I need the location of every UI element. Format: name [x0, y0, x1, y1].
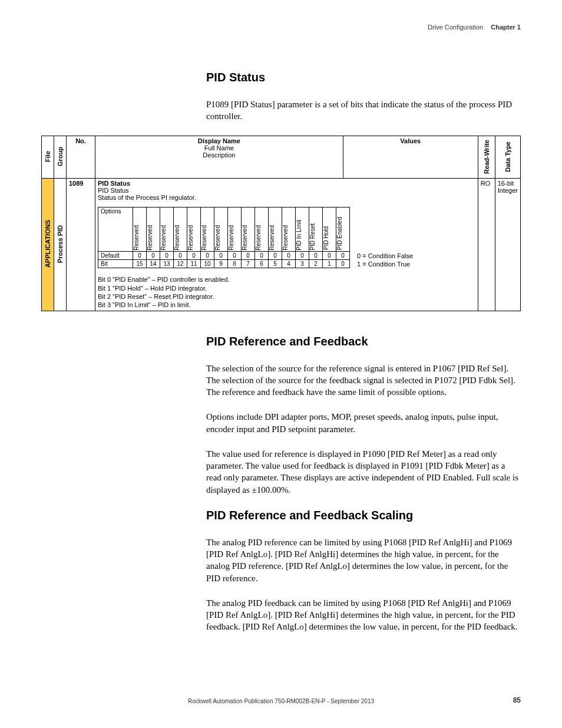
bit-default: 0: [160, 252, 174, 260]
bit-option: PID Reset: [309, 207, 323, 252]
bit-index: 1: [323, 260, 336, 268]
bit-description-line: Bit 1 "PID Hold" – Hold PID integrator.: [98, 284, 475, 292]
heading-pid-scaling: PID Reference and Feedback Scaling: [206, 509, 518, 522]
bit-index: 11: [187, 260, 201, 268]
cell-file: APPLICATIONS: [42, 179, 54, 311]
bit-descriptions: Bit 0 "PID Enable" – PID controller is e…: [98, 275, 475, 309]
pid-scaling-p1: The analog PID reference can be limited …: [206, 536, 518, 584]
bit-default: 0: [309, 252, 323, 260]
bits-legend: 0 = Condition False 1 = Condition True: [357, 252, 413, 269]
cell-description: PID Status PID Status Status of the Proc…: [95, 179, 478, 311]
doc-section: Drive Configuration: [428, 24, 483, 31]
bit-option: Reserved: [133, 207, 147, 252]
heading-pid-ref-fb: PID Reference and Feedback: [206, 335, 518, 348]
cell-datatype: 16-bit Integer: [495, 179, 520, 311]
bit-option: PID Hold: [323, 207, 336, 252]
pid-ref-fb-p2: Options include DPI adapter ports, MOP, …: [206, 411, 518, 435]
bit-index: 2: [309, 260, 323, 268]
publication-line: Rockwell Automation Publication 750-RM00…: [188, 698, 374, 704]
bit-default: 0: [323, 252, 336, 260]
bit-default: 0: [133, 252, 147, 260]
bit-description-line: Bit 3 "PID In Limit" – PID in limit.: [98, 301, 475, 309]
pid-scaling-p2: The analog PID feedback can be limited b…: [206, 597, 518, 633]
bit-index: 12: [174, 260, 187, 268]
desc-text: Status of the Process PI regulator.: [98, 194, 475, 201]
bit-index: 15: [133, 260, 147, 268]
bit-option: Reserved: [255, 207, 269, 252]
table-header-row: File Group No. Display Name Full Name De…: [42, 136, 521, 179]
bit-default: 0: [147, 252, 160, 260]
bit-default: 0: [336, 252, 350, 260]
bit-option: Reserved: [282, 207, 296, 252]
bit-default: 0: [187, 252, 201, 260]
pid-ref-fb-p3: The value used for reference is displaye…: [206, 448, 518, 496]
col-values: Values: [343, 136, 478, 179]
bit-index: 0: [336, 260, 350, 268]
page-footer: Rockwell Automation Publication 750-RM00…: [41, 698, 521, 704]
bit-default: 0: [242, 252, 255, 260]
bit-index: 9: [214, 260, 228, 268]
running-header: Drive Configuration Chapter 1: [428, 24, 521, 31]
col-group: Group: [54, 136, 67, 179]
bit-option: Reserved: [174, 207, 187, 252]
heading-pid-status: PID Status: [206, 71, 518, 84]
bit-index: 7: [242, 260, 255, 268]
bit-option: Reserved: [242, 207, 255, 252]
bit-option: Reserved: [187, 207, 201, 252]
bit-option: Reserved: [147, 207, 160, 252]
cell-rw: RO: [478, 179, 495, 311]
bit-option: Reserved: [228, 207, 242, 252]
bit-default: 0: [282, 252, 296, 260]
bit-index: 14: [147, 260, 160, 268]
page-number: 85: [513, 696, 521, 704]
parameter-table: File Group No. Display Name Full Name De…: [41, 136, 521, 311]
bit-index: 13: [160, 260, 174, 268]
bit-option: Reserved: [201, 207, 214, 252]
bit-option: Reserved: [269, 207, 282, 252]
col-no: No.: [67, 136, 95, 179]
cell-group: Process PID: [54, 179, 67, 311]
bit-default: 0: [214, 252, 228, 260]
pid-status-intro: P1089 [PID Status] parameter is a set of…: [206, 98, 518, 123]
bit-option: Reserved: [214, 207, 228, 252]
bits-block: OptionsReservedReservedReservedReservedR…: [98, 207, 475, 268]
col-file: File: [42, 136, 54, 179]
bit-index: 4: [282, 260, 296, 268]
col-datatype: Data Type: [495, 136, 520, 179]
col-rw: Read-Write: [478, 136, 495, 179]
bit-index: 3: [296, 260, 309, 268]
col-display: Display Name Full Name Description: [95, 136, 343, 179]
bit-default: 0: [296, 252, 309, 260]
display-name: PID Status: [98, 180, 475, 187]
bit-default: 0: [228, 252, 242, 260]
full-name: PID Status: [98, 187, 475, 194]
bits-table: OptionsReservedReservedReservedReservedR…: [98, 207, 350, 268]
bit-option: PID In Limit: [296, 207, 309, 252]
table-row: APPLICATIONS Process PID 1089 PID Status…: [42, 179, 521, 311]
bit-default: 0: [269, 252, 282, 260]
bit-index: 10: [201, 260, 214, 268]
bit-description-line: Bit 2 "PID Reset" – Reset PID integrator…: [98, 292, 475, 301]
pid-ref-fb-p1: The selection of the source for the refe…: [206, 363, 518, 398]
cell-no: 1089: [67, 179, 95, 311]
chapter-label: Chapter 1: [491, 24, 521, 31]
bit-description-line: Bit 0 "PID Enable" – PID controller is e…: [98, 275, 475, 284]
bit-default: 0: [174, 252, 187, 260]
bit-option: PID Enabled: [336, 207, 350, 252]
bit-option: Reserved: [160, 207, 174, 252]
bit-index: 8: [228, 260, 242, 268]
bit-default: 0: [255, 252, 269, 260]
bit-default: 0: [201, 252, 214, 260]
bit-index: 5: [269, 260, 282, 268]
bit-index: 6: [255, 260, 269, 268]
